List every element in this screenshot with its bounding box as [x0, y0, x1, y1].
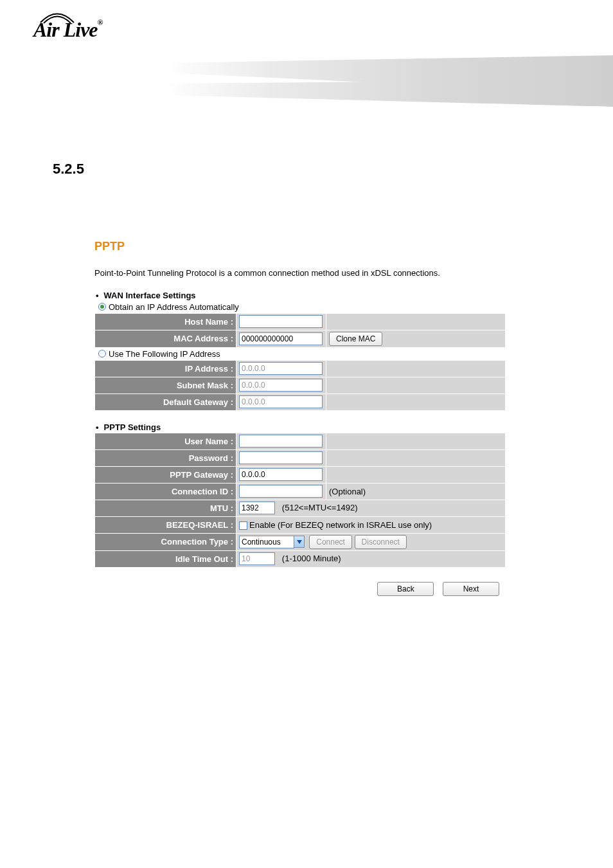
- brand-logo: Air Live®: [33, 18, 103, 42]
